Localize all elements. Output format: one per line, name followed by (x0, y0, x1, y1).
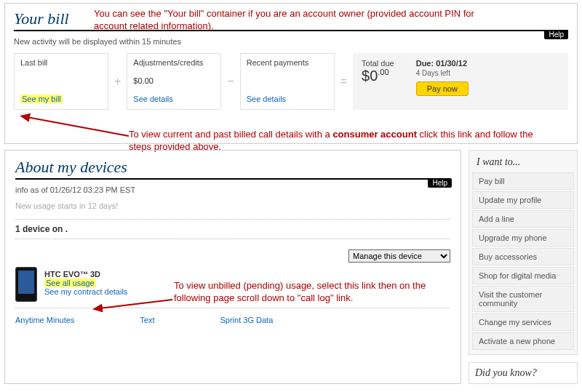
adjustments-box: Adjustments/credits $0.00 See details (127, 53, 221, 110)
adjustments-label: Adjustments/credits (133, 58, 215, 67)
iwant-change-services[interactable]: Change my services (472, 313, 574, 331)
iwant-activate-phone[interactable]: Activate a new phone (472, 332, 574, 350)
sprint-3g-data-link[interactable]: Sprint 3G Data (220, 316, 274, 324)
last-bill-box: Last bill See my bill (14, 53, 108, 110)
help-badge[interactable]: Help (544, 30, 568, 39)
minus-icon: − (226, 75, 235, 88)
right-sidebar: I want to... Pay bill Update my profile … (469, 150, 578, 384)
info-as-of: info as of 01/26/12 03:23 PM EST (15, 185, 450, 194)
pay-now-button[interactable]: Pay now (416, 81, 469, 96)
due-date: Due: 01/30/12 (416, 59, 469, 68)
about-devices-panel: About my devices Help info as of 01/26/1… (4, 150, 461, 384)
manage-device-select[interactable]: Manage this device (348, 249, 450, 263)
new-activity-note: New activity will be displayed within 15… (14, 37, 568, 46)
iwant-update-profile[interactable]: Update my profile (472, 191, 574, 209)
your-bill-title: Your bill (14, 9, 69, 28)
i-want-to-title: I want to... (472, 153, 574, 172)
iwant-upgrade-phone[interactable]: Upgrade my phone (472, 229, 574, 247)
divider (15, 178, 450, 180)
divider (14, 30, 568, 31)
adjustments-amount: $0.00 (133, 76, 215, 85)
help-badge[interactable]: Help (428, 178, 452, 188)
bill-summary-row: Last bill See my bill + Adjustments/cred… (14, 53, 568, 110)
did-you-know-panel: Did you know? (469, 362, 578, 384)
see-my-bill-link[interactable]: See my bill (20, 95, 63, 103)
iwant-add-line[interactable]: Add a line (472, 210, 574, 228)
see-contract-link[interactable]: See my contract details (44, 287, 127, 296)
last-bill-label: Last bill (20, 58, 102, 67)
total-due-amount: $0.00 (362, 68, 394, 84)
recent-payments-box: Recent payments See details (240, 53, 335, 110)
iwant-shop-media[interactable]: Shop for digital media (472, 267, 574, 284)
plus-icon: + (113, 75, 122, 88)
device-block: HTC EVO™ 3D See all usage See my contrac… (15, 263, 450, 308)
iwant-buy-accessories[interactable]: Buy accessories (472, 248, 574, 265)
phone-icon (15, 267, 37, 302)
recent-payments-label: Recent payments (247, 58, 328, 67)
usage-tabs-row: Anytime Minutes Text Sprint 3G Data (15, 308, 450, 324)
device-name: HTC EVO™ 3D (44, 270, 127, 279)
did-you-know-title: Did you know? (475, 367, 571, 379)
text-link[interactable]: Text (140, 316, 154, 324)
your-bill-panel: Your bill Help You can see the "Your bil… (4, 3, 578, 144)
device-count: 1 device on . (15, 224, 68, 234)
days-left: 4 Days left (416, 69, 469, 77)
iwant-pay-bill[interactable]: Pay bill (472, 172, 574, 190)
device-count-row: 1 device on . (15, 219, 450, 239)
anytime-minutes-link[interactable]: Anytime Minutes (15, 316, 74, 324)
lower-columns: About my devices Help info as of 01/26/1… (4, 150, 578, 384)
annotation-top: You can see the "Your bill" container if… (94, 8, 501, 33)
see-all-usage-link[interactable]: See all usage (44, 279, 96, 287)
total-due-box: Total due $0.00 Due: 01/30/12 4 Days lef… (353, 53, 568, 110)
about-devices-title: About my devices (15, 158, 127, 176)
recent-payments-see-details[interactable]: See details (247, 95, 328, 103)
equals-icon: = (339, 75, 348, 88)
new-usage-note: New usage starts in 12 days! (15, 201, 450, 210)
adjustments-see-details[interactable]: See details (133, 95, 215, 103)
iwant-visit-community[interactable]: Visit the customer community (472, 286, 574, 312)
i-want-to-panel: I want to... Pay bill Update my profile … (469, 150, 578, 355)
total-due-label: Total due (362, 59, 394, 68)
